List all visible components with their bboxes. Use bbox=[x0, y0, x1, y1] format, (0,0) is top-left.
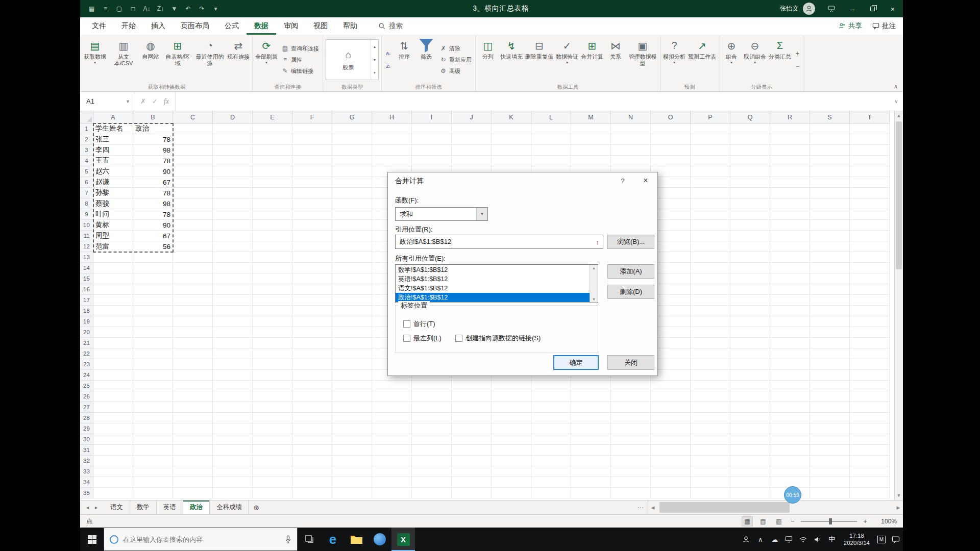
cell-F13[interactable] bbox=[292, 252, 332, 263]
ribbon-button-properties[interactable]: ≡属性 bbox=[279, 55, 321, 65]
cell-D14[interactable] bbox=[213, 263, 253, 273]
ribbon-button-ungroup[interactable]: ⊖取消组合▾ bbox=[743, 37, 767, 83]
network-icon[interactable] bbox=[796, 528, 811, 551]
cell-C16[interactable] bbox=[173, 284, 213, 295]
cell-K27[interactable] bbox=[492, 402, 531, 413]
cell-T16[interactable] bbox=[850, 284, 890, 295]
cell-R19[interactable] bbox=[770, 316, 810, 327]
cell-N27[interactable] bbox=[611, 402, 651, 413]
column-header-F[interactable]: F bbox=[292, 111, 332, 123]
cell-S34[interactable] bbox=[810, 477, 850, 488]
cell-C25[interactable] bbox=[173, 381, 213, 391]
select-all-corner[interactable] bbox=[80, 111, 93, 123]
cell-T34[interactable] bbox=[850, 477, 890, 488]
cell-T4[interactable] bbox=[850, 156, 890, 166]
cell-D12[interactable] bbox=[213, 241, 253, 252]
cell-A23[interactable] bbox=[93, 359, 133, 370]
close-button[interactable]: × bbox=[883, 0, 903, 17]
cell-J27[interactable] bbox=[452, 402, 492, 413]
column-header-E[interactable]: E bbox=[253, 111, 292, 123]
cell-T27[interactable] bbox=[850, 402, 890, 413]
cell-B7[interactable]: 78 bbox=[133, 188, 173, 198]
cell-T15[interactable] bbox=[850, 273, 890, 284]
cell-F3[interactable] bbox=[292, 145, 332, 156]
cell-B5[interactable]: 90 bbox=[133, 166, 173, 177]
cell-L28[interactable] bbox=[531, 413, 571, 423]
sheet-tab-2[interactable]: 英语 bbox=[157, 500, 183, 514]
cell-L34[interactable] bbox=[531, 477, 571, 488]
listbox-scroll-up-icon[interactable]: ▲ bbox=[592, 266, 596, 270]
cell-O25[interactable] bbox=[651, 381, 691, 391]
cell-G19[interactable] bbox=[332, 316, 372, 327]
cell-R28[interactable] bbox=[770, 413, 810, 423]
cell-R5[interactable] bbox=[770, 166, 810, 177]
cell-D26[interactable] bbox=[213, 391, 253, 402]
cell-A15[interactable] bbox=[93, 273, 133, 284]
dialog-close-button[interactable]: 关闭 bbox=[607, 355, 654, 370]
cell-D3[interactable] bbox=[213, 145, 253, 156]
cell-E30[interactable] bbox=[253, 434, 292, 445]
row-header-19[interactable]: 19 bbox=[80, 316, 93, 327]
browser-button[interactable] bbox=[368, 528, 391, 551]
dialog-close-icon[interactable]: × bbox=[634, 172, 657, 189]
cell-D11[interactable] bbox=[213, 231, 253, 241]
cell-D25[interactable] bbox=[213, 381, 253, 391]
cell-G5[interactable] bbox=[332, 166, 372, 177]
cell-O4[interactable] bbox=[651, 156, 691, 166]
save-icon[interactable]: ▢ bbox=[113, 2, 126, 15]
cell-O26[interactable] bbox=[651, 391, 691, 402]
cell-D29[interactable] bbox=[213, 423, 253, 434]
ribbon-button-relationships[interactable]: ⋈关系 bbox=[605, 37, 626, 83]
cell-A16[interactable] bbox=[93, 284, 133, 295]
cell-E33[interactable] bbox=[253, 466, 292, 477]
cell-B17[interactable] bbox=[133, 295, 173, 306]
cell-E25[interactable] bbox=[253, 381, 292, 391]
cell-Q30[interactable] bbox=[730, 434, 770, 445]
cell-K33[interactable] bbox=[492, 466, 531, 477]
cell-L31[interactable] bbox=[531, 445, 571, 456]
cell-H30[interactable] bbox=[372, 434, 412, 445]
cell-D18[interactable] bbox=[213, 306, 253, 316]
cell-G24[interactable] bbox=[332, 370, 372, 381]
cell-A5[interactable]: 赵六 bbox=[93, 166, 133, 177]
cell-T12[interactable] bbox=[850, 241, 890, 252]
ribbon-display-options-button[interactable] bbox=[821, 0, 842, 17]
cell-M27[interactable] bbox=[571, 402, 611, 413]
cell-L27[interactable] bbox=[531, 402, 571, 413]
cell-H2[interactable] bbox=[372, 134, 412, 145]
cell-G18[interactable] bbox=[332, 306, 372, 316]
cell-F18[interactable] bbox=[292, 306, 332, 316]
cell-E22[interactable] bbox=[253, 348, 292, 359]
people-icon[interactable] bbox=[739, 528, 753, 551]
ribbon-button-text-to-columns[interactable]: ◫分列 bbox=[477, 37, 499, 83]
cell-R4[interactable] bbox=[770, 156, 810, 166]
cell-C32[interactable] bbox=[173, 456, 213, 466]
action-center-button[interactable] bbox=[889, 528, 903, 551]
cell-P34[interactable] bbox=[691, 477, 730, 488]
ribbon-tab-8[interactable]: 帮助 bbox=[335, 17, 365, 35]
cell-A32[interactable] bbox=[93, 456, 133, 466]
cell-F32[interactable] bbox=[292, 456, 332, 466]
cell-C26[interactable] bbox=[173, 391, 213, 402]
cell-D23[interactable] bbox=[213, 359, 253, 370]
cell-F24[interactable] bbox=[292, 370, 332, 381]
cell-H25[interactable] bbox=[372, 381, 412, 391]
cell-T8[interactable] bbox=[850, 198, 890, 209]
row-header-10[interactable]: 10 bbox=[80, 220, 93, 231]
cell-E17[interactable] bbox=[253, 295, 292, 306]
cell-P19[interactable] bbox=[691, 316, 730, 327]
cell-C22[interactable] bbox=[173, 348, 213, 359]
cell-A30[interactable] bbox=[93, 434, 133, 445]
cell-D7[interactable] bbox=[213, 188, 253, 198]
sort-desc-icon[interactable]: Z↓ bbox=[154, 2, 167, 15]
ribbon-button-hide-detail[interactable]: − bbox=[793, 61, 802, 71]
cell-F21[interactable] bbox=[292, 338, 332, 348]
row-header-4[interactable]: 4 bbox=[80, 156, 93, 166]
cell-J28[interactable] bbox=[452, 413, 492, 423]
cell-T3[interactable] bbox=[850, 145, 890, 156]
recording-timer-bubble[interactable]: 00:59 bbox=[784, 486, 801, 504]
cell-P33[interactable] bbox=[691, 466, 730, 477]
cell-S35[interactable] bbox=[810, 488, 850, 498]
cell-P18[interactable] bbox=[691, 306, 730, 316]
cell-A14[interactable] bbox=[93, 263, 133, 273]
